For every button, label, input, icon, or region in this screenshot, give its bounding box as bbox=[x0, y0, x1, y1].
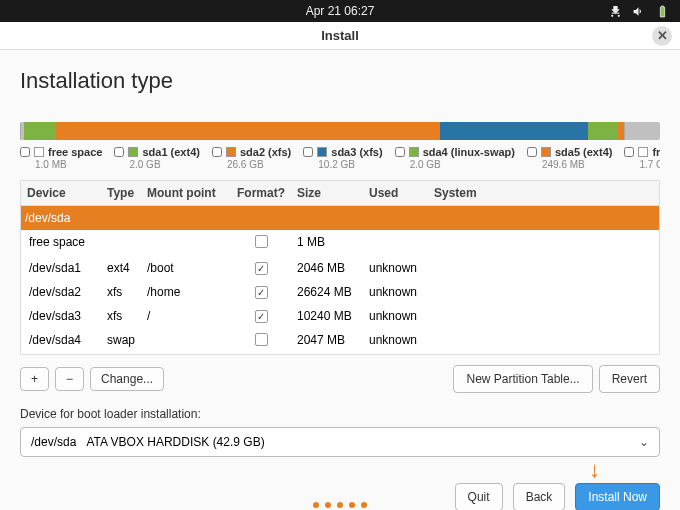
svg-point-0 bbox=[611, 14, 613, 16]
bootloader-device: /dev/sda bbox=[31, 435, 76, 449]
table-row[interactable]: /dev/sda1 ext4 /boot 2046 MB unknown bbox=[21, 256, 659, 280]
table-row[interactable]: /dev/sda3 xfs / 10240 MB unknown bbox=[21, 304, 659, 328]
legend-checkbox[interactable] bbox=[395, 147, 405, 157]
partbar-sda2 bbox=[56, 122, 440, 140]
network-icon bbox=[609, 5, 622, 18]
battery-icon bbox=[655, 5, 670, 18]
col-used[interactable]: Used bbox=[363, 181, 428, 205]
format-checkbox[interactable] bbox=[255, 235, 268, 248]
table-row[interactable]: /dev/sda4 swap 2047 MB unknown bbox=[21, 328, 659, 354]
clock: Apr 21 06:27 bbox=[306, 4, 375, 18]
partbar-sda1 bbox=[24, 122, 56, 140]
col-mount[interactable]: Mount point bbox=[141, 181, 231, 205]
partbar-free-end bbox=[624, 122, 660, 140]
partition-toolbar: + − Change... New Partition Table... Rev… bbox=[20, 365, 660, 393]
progress-dots bbox=[0, 502, 680, 508]
window-close-button[interactable]: ✕ bbox=[652, 26, 672, 46]
legend-item[interactable]: sda4 (linux-swap)2.0 GB bbox=[395, 146, 515, 170]
table-row[interactable]: /dev/sda bbox=[21, 206, 659, 230]
legend-checkbox[interactable] bbox=[20, 147, 30, 157]
legend-checkbox[interactable] bbox=[303, 147, 313, 157]
annotation-arrow-icon: ↓ bbox=[589, 457, 600, 483]
format-checkbox[interactable] bbox=[255, 310, 268, 323]
col-type[interactable]: Type bbox=[101, 181, 141, 205]
legend-item[interactable]: sda1 (ext4)2.0 GB bbox=[114, 146, 199, 170]
page-heading: Installation type bbox=[20, 68, 660, 94]
partition-legend: free space1.0 MBsda1 (ext4)2.0 GBsda2 (x… bbox=[20, 146, 660, 170]
table-row[interactable]: free space 1 MB bbox=[21, 230, 659, 256]
format-checkbox[interactable] bbox=[255, 333, 268, 346]
col-device[interactable]: Device bbox=[21, 181, 101, 205]
add-partition-button[interactable]: + bbox=[20, 367, 49, 391]
legend-checkbox[interactable] bbox=[212, 147, 222, 157]
partbar-sda4 bbox=[588, 122, 618, 140]
revert-button[interactable]: Revert bbox=[599, 365, 660, 393]
col-system[interactable]: System bbox=[428, 181, 659, 205]
legend-item[interactable]: sda3 (xfs)10.2 GB bbox=[303, 146, 382, 170]
col-size[interactable]: Size bbox=[291, 181, 363, 205]
col-format[interactable]: Format? bbox=[231, 181, 291, 205]
new-partition-table-button[interactable]: New Partition Table... bbox=[453, 365, 592, 393]
table-header: Device Type Mount point Format? Size Use… bbox=[21, 181, 659, 206]
legend-item[interactable]: sda2 (xfs)26.6 GB bbox=[212, 146, 291, 170]
format-checkbox[interactable] bbox=[255, 262, 268, 275]
bootloader-label: Device for boot loader installation: bbox=[20, 407, 660, 421]
svg-rect-2 bbox=[612, 12, 620, 13]
window-titlebar: Install ✕ bbox=[0, 22, 680, 50]
system-tray bbox=[609, 5, 670, 18]
legend-checkbox[interactable] bbox=[527, 147, 537, 157]
partition-table: Device Type Mount point Format? Size Use… bbox=[20, 180, 660, 355]
legend-item[interactable]: free space1.0 MB bbox=[20, 146, 102, 170]
svg-point-1 bbox=[618, 14, 620, 16]
change-partition-button[interactable]: Change... bbox=[90, 367, 164, 391]
format-checkbox[interactable] bbox=[255, 286, 268, 299]
remove-partition-button[interactable]: − bbox=[55, 367, 84, 391]
installer-page: Installation type free space1.0 MBsda1 (… bbox=[0, 50, 680, 510]
partition-bar[interactable] bbox=[20, 122, 660, 140]
legend-item[interactable]: sda5 (ext4)249.6 MB bbox=[527, 146, 612, 170]
chevron-down-icon: ⌄ bbox=[639, 435, 649, 449]
bootloader-desc: ATA VBOX HARDDISK (42.9 GB) bbox=[86, 435, 264, 449]
system-topbar: Apr 21 06:27 bbox=[0, 0, 680, 22]
window-title-text: Install bbox=[321, 28, 359, 43]
legend-checkbox[interactable] bbox=[114, 147, 124, 157]
bootloader-device-select[interactable]: /dev/sda ATA VBOX HARDDISK (42.9 GB) ⌄ bbox=[20, 427, 660, 457]
volume-icon bbox=[632, 5, 645, 18]
legend-checkbox[interactable] bbox=[624, 147, 634, 157]
table-row[interactable]: /dev/sda2 xfs /home 26624 MB unknown bbox=[21, 280, 659, 304]
partbar-sda3 bbox=[440, 122, 588, 140]
legend-item[interactable]: free spa1.7 GB bbox=[624, 146, 660, 170]
